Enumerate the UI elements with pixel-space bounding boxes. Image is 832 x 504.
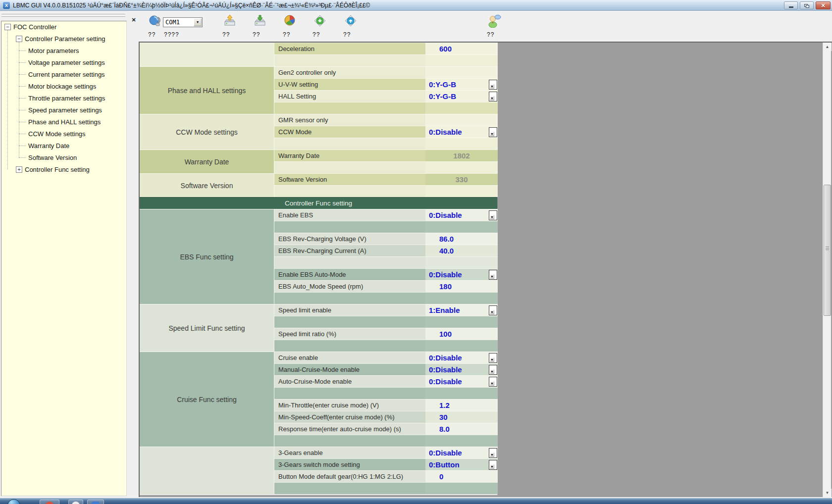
empty-cell [425, 316, 498, 328]
chevron-down-icon[interactable]: ▼ [194, 18, 202, 26]
param-value[interactable]: 0:Disable▼ [425, 268, 498, 280]
value-text: 30 [439, 413, 448, 421]
chevron-down-icon: ▼ [490, 96, 494, 101]
tree-item[interactable]: Motor blockage settings [19, 81, 96, 91]
param-value[interactable]: 0:Disable▼ [425, 447, 498, 458]
tree-item[interactable]: Voltage parameter settings [19, 57, 105, 67]
com-port-value: COM1 [165, 19, 180, 26]
dropdown-button[interactable]: ▼ [489, 460, 497, 470]
settings-group: EBS Func settingEnable EBS0:Disable▼EBS … [140, 209, 497, 304]
connect-icon [149, 14, 162, 30]
empty-cell [274, 102, 425, 114]
connect-button[interactable] [147, 14, 164, 30]
dropdown-button[interactable]: ▼ [489, 210, 497, 220]
tree-item[interactable]: CCW Mode settings [19, 129, 86, 139]
read-from-controller-button[interactable] [221, 14, 238, 30]
dropdown-button[interactable]: ▼ [489, 80, 497, 90]
dropdown-button[interactable]: ▼ [489, 305, 497, 315]
chevron-down-icon: ▼ [490, 453, 494, 457]
param-label: Auto-Cruise-Mode enable [274, 375, 425, 387]
dropdown-button[interactable]: ▼ [489, 92, 497, 101]
empty-cell [425, 340, 498, 352]
param-label: Speed limit ratio (%) [274, 328, 425, 340]
param-value[interactable]: 86.0 [425, 233, 498, 245]
param-value[interactable]: 180 [425, 280, 498, 292]
param-value[interactable]: 30 [425, 411, 498, 423]
param-value[interactable]: 1.2 [425, 399, 498, 411]
parameter-chart-button[interactable] [282, 14, 299, 30]
settings-group: CCW Mode settingsGMR sensor onlyCCW Mode… [140, 114, 497, 150]
value-text: 1.2 [439, 401, 450, 409]
write-to-controller-button[interactable] [252, 14, 268, 30]
vertical-scrollbar[interactable]: ▲ ▼ [823, 43, 831, 497]
param-value[interactable]: 100 [425, 328, 498, 340]
dropdown-button[interactable]: ▼ [489, 127, 497, 137]
param-value[interactable]: 0:Disable▼ [425, 375, 498, 387]
chevron-down-icon: ▼ [490, 215, 494, 219]
empty-cell [425, 387, 498, 399]
dropdown-button[interactable]: ▼ [489, 448, 497, 458]
param-value[interactable]: 1:Enable▼ [425, 304, 498, 316]
taskbar-app-1[interactable] [40, 500, 59, 504]
tree-item[interactable]: Speed parameter settings [19, 105, 102, 115]
chevron-down-icon: ▼ [490, 381, 494, 386]
close-button[interactable]: ✕ [816, 1, 831, 9]
empty-cell [274, 292, 425, 304]
param-label: Manual-Cruise-Mode enable [274, 363, 425, 375]
com-port-select[interactable]: COM1▼ [163, 17, 203, 27]
export-file-button[interactable] [342, 14, 359, 30]
param-value[interactable]: 0:Disable▼ [425, 363, 498, 375]
taskbar-app-3[interactable] [87, 500, 104, 504]
tree-item-label: Voltage parameter settings [28, 59, 105, 66]
param-label: GMR sensor only [274, 114, 425, 126]
tree-item[interactable]: Warranty Date [19, 141, 69, 151]
param-value[interactable]: 8.0 [425, 423, 498, 435]
dropdown-button[interactable]: ▼ [489, 365, 497, 375]
minimize-button[interactable] [784, 1, 798, 9]
collapse-icon[interactable]: − [16, 36, 22, 42]
start-button[interactable] [7, 499, 20, 504]
drive-down-icon [253, 14, 267, 30]
panel-grip[interactable] [1, 13, 125, 14]
user-info-button[interactable] [486, 14, 503, 30]
tree-connector [19, 62, 26, 63]
expand-icon[interactable]: + [16, 166, 22, 173]
param-value[interactable]: 0:Disable▼ [425, 209, 498, 221]
param-value[interactable]: 0:Disable▼ [425, 352, 498, 363]
settings-group: Software VersionSoftware Version330 [140, 173, 497, 197]
param-value[interactable]: 0 [425, 470, 498, 482]
tree-item[interactable]: Software Version [19, 152, 77, 162]
tree-item[interactable]: Throttle parameter settings [19, 93, 105, 103]
value-text: 0:Disable [429, 377, 462, 386]
param-value[interactable]: 0:Button▼ [425, 458, 498, 470]
value-text: 0:Disable [429, 353, 462, 362]
tree-item[interactable]: +Controller Func setting [16, 164, 90, 174]
tree-item-label: Controller Func setting [25, 166, 90, 173]
tree-item[interactable]: Phase and HALL settings [19, 117, 101, 127]
dropdown-button[interactable]: ▼ [489, 270, 497, 280]
param-value[interactable]: 0:Disable▼ [425, 126, 498, 138]
scrollbar-thumb[interactable] [824, 185, 831, 316]
panel-grip[interactable] [1, 15, 125, 17]
scroll-down-icon[interactable]: ▼ [823, 489, 832, 497]
chevron-down-icon: ▼ [490, 464, 494, 469]
tree-item[interactable]: Current parameter settings [19, 69, 105, 79]
dropdown-button[interactable]: ▼ [489, 377, 497, 387]
restore-button[interactable] [800, 1, 814, 9]
param-value[interactable]: 0:Y-G-B▼ [425, 78, 498, 90]
param-value[interactable]: 600 [425, 43, 498, 54]
collapse-icon[interactable]: − [4, 24, 11, 30]
toolbar-close-button[interactable]: ✕ [130, 16, 137, 23]
import-file-button[interactable] [312, 14, 328, 30]
tree-item-label: Speed parameter settings [28, 106, 102, 114]
settings-group: Phase and HALL settingsGen2 controller o… [140, 66, 497, 114]
tree-item[interactable]: Motor parameters [19, 46, 79, 55]
dropdown-button[interactable]: ▼ [489, 353, 497, 363]
taskbar-app-2[interactable] [68, 500, 83, 504]
tree-item[interactable]: −FOC Controller [4, 22, 56, 32]
param-value[interactable]: 40.0 [425, 245, 498, 256]
param-value[interactable]: 0:Y-G-B▼ [425, 90, 498, 102]
scroll-up-icon[interactable]: ▲ [823, 43, 832, 51]
chevron-down-icon: ▼ [490, 84, 494, 89]
tree-item[interactable]: −Controller Parameter setting [16, 34, 105, 44]
